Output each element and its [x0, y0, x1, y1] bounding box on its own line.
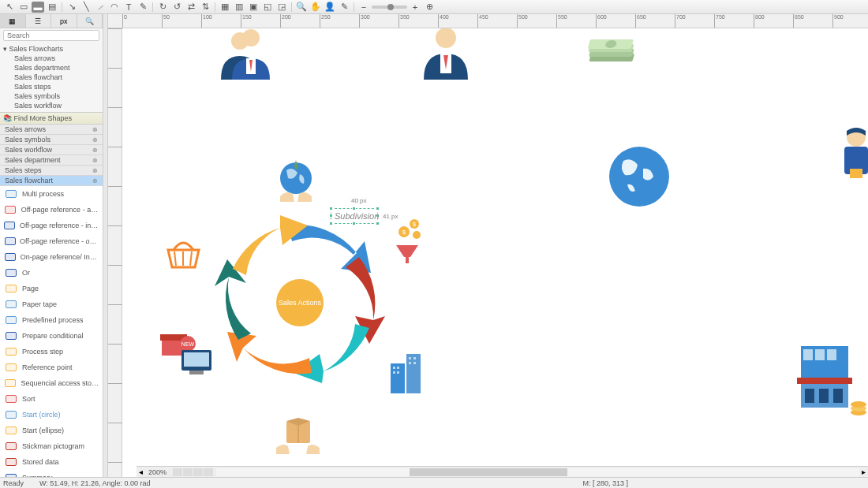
shape-preview-icon — [3, 298, 19, 311]
shape-item[interactable]: Summary — [0, 470, 103, 477]
shape-item[interactable]: Process step — [0, 344, 103, 359]
svg-rect-39 — [409, 362, 411, 364]
tab-search-icon[interactable]: 🔍 — [77, 14, 103, 28]
close-icon[interactable]: ⊗ — [92, 177, 98, 184]
curve-icon[interactable]: ⟋ — [94, 2, 107, 13]
shape-preview-icon — [3, 282, 19, 295]
businessman-icon[interactable] — [414, 28, 477, 85]
shape-item[interactable]: Off-page reference - outgoing — [0, 233, 103, 249]
shape-item[interactable]: Stickman pictogram — [0, 438, 103, 454]
shape-preview-icon — [3, 471, 19, 477]
clone-icon[interactable]: ▭ — [17, 2, 30, 13]
businesspeople-icon[interactable] — [205, 28, 276, 85]
tab-unit[interactable]: px — [51, 14, 77, 28]
shape-preview-icon — [3, 203, 18, 216]
svg-rect-34 — [397, 367, 399, 369]
package-hands-icon[interactable] — [272, 415, 324, 460]
shape-item[interactable]: Paper tape — [0, 296, 103, 312]
category-item[interactable]: Sales workflow⊗ — [0, 145, 103, 155]
store-building-icon[interactable] — [797, 340, 868, 424]
close-icon[interactable]: ⊗ — [92, 157, 98, 164]
flip-v-icon[interactable]: ⇅ — [199, 2, 211, 13]
shape-item[interactable]: Multi process — [0, 186, 103, 202]
drawing-icon[interactable]: ✎ — [137, 2, 149, 13]
tab-list-icon[interactable]: ☰ — [26, 14, 52, 28]
pan-icon[interactable]: ✋ — [309, 2, 322, 13]
globe-icon[interactable] — [608, 145, 671, 210]
shape-item[interactable]: Off-page reference - incoming — [0, 218, 103, 233]
selected-text[interactable]: Subdivision — [335, 211, 379, 221]
page-tabs[interactable] — [170, 468, 216, 476]
tree-parent[interactable]: ▾ Sales Flowcharts — [0, 44, 103, 54]
shape-item[interactable]: Or — [0, 265, 103, 281]
align2-icon[interactable]: ▥ — [233, 2, 245, 13]
svg-point-3 — [436, 28, 456, 48]
shape-item[interactable]: Start (ellipse) — [0, 423, 103, 438]
delivery-person-icon[interactable] — [832, 121, 868, 198]
money-stack-icon[interactable] — [580, 36, 647, 81]
shape-item[interactable]: Sequencial access storage — [0, 375, 103, 391]
shape-item[interactable]: Off-page reference - arrow — [0, 202, 103, 218]
shape-item[interactable]: Page — [0, 281, 103, 296]
category-item[interactable]: Sales department⊗ — [0, 155, 103, 166]
close-icon[interactable]: ⊗ — [92, 126, 98, 133]
scroll-left-icon[interactable]: ◂ — [137, 468, 145, 476]
close-icon[interactable]: ⊗ — [92, 136, 98, 143]
shape-item[interactable]: Start (circle) — [0, 407, 103, 423]
arc-icon[interactable]: ◠ — [108, 2, 121, 13]
shape-item[interactable]: On-page reference/ Inspe ... — [0, 249, 103, 265]
zoom-slider[interactable] — [372, 6, 407, 9]
tab-grid-icon[interactable]: ▦ — [0, 14, 26, 28]
basket-icon[interactable] — [162, 236, 205, 273]
pointer-tool-icon[interactable]: ↖ — [3, 2, 16, 13]
zoom-icon[interactable]: 🔍 — [295, 2, 308, 13]
funnel-coins-icon[interactable]: $$ — [387, 218, 426, 266]
panel-icon[interactable]: ▤ — [46, 2, 58, 13]
close-icon[interactable]: ⊗ — [92, 147, 98, 154]
scrollbar-thumb[interactable] — [410, 468, 567, 476]
eco-globe-icon[interactable] — [272, 158, 320, 207]
tree-item[interactable]: Sales workflow — [0, 101, 103, 110]
highlight-icon[interactable]: ✎ — [338, 2, 350, 13]
group-icon[interactable]: ▣ — [247, 2, 260, 13]
category-item[interactable]: Sales symbols⊗ — [0, 135, 103, 145]
shape-item[interactable]: Predefined process — [0, 312, 103, 328]
tree-item[interactable]: Sales department — [0, 63, 103, 73]
close-icon[interactable]: ⊗ — [92, 167, 98, 174]
zoom-percent: 200% — [145, 468, 170, 476]
horizontal-scrollbar[interactable]: ◂ 200% ▸ — [137, 466, 868, 477]
sidebar: ▦ ☰ px 🔍 ▾ Sales Flowcharts Sales arrows… — [0, 14, 103, 477]
gift-computer-icon[interactable]: NEW — [158, 328, 217, 381]
shape-item[interactable]: Sort — [0, 391, 103, 407]
search-input[interactable] — [3, 30, 99, 41]
front-icon[interactable]: ◱ — [261, 2, 274, 13]
rect-icon[interactable]: ▬ — [32, 2, 44, 13]
find-more-shapes[interactable]: 📚 Find More Shapes — [0, 112, 103, 125]
align-icon[interactable]: ▦ — [219, 2, 231, 13]
rotate-left-icon[interactable]: ↺ — [170, 2, 183, 13]
connector-icon[interactable]: ↘ — [65, 2, 78, 13]
line-icon[interactable]: ╲ — [80, 2, 92, 13]
tree-item[interactable]: Sales arrows — [0, 54, 103, 63]
category-item[interactable]: Sales arrows⊗ — [0, 125, 103, 135]
text-icon[interactable]: T — [122, 2, 135, 13]
shape-item[interactable]: Stored data — [0, 454, 103, 470]
flip-h-icon[interactable]: ⇄ — [185, 2, 197, 13]
category-item[interactable]: Sales flowchart⊗ — [0, 176, 103, 186]
shape-item[interactable]: Prepare conditional — [0, 328, 103, 344]
shape-item[interactable]: Reference point — [0, 359, 103, 375]
tree-item[interactable]: Sales symbols — [0, 91, 103, 101]
zoom-out-icon[interactable]: − — [357, 2, 370, 13]
rotate-icon[interactable]: ↻ — [156, 2, 169, 13]
buildings-icon[interactable] — [387, 348, 430, 397]
selection-handles[interactable]: Subdivision — [331, 208, 378, 224]
person-icon[interactable]: 👤 — [324, 2, 336, 13]
scroll-right-icon[interactable]: ▸ — [859, 468, 868, 476]
tree-item[interactable]: Sales steps — [0, 82, 103, 91]
zoom-fit-icon[interactable]: ⊕ — [423, 2, 436, 13]
zoom-in-icon[interactable]: + — [409, 2, 421, 13]
tree-item[interactable]: Sales flowchart — [0, 73, 103, 82]
canvas[interactable]: NEW $$ — [122, 28, 868, 477]
back-icon[interactable]: ◲ — [275, 2, 288, 13]
category-item[interactable]: Sales steps⊗ — [0, 166, 103, 176]
